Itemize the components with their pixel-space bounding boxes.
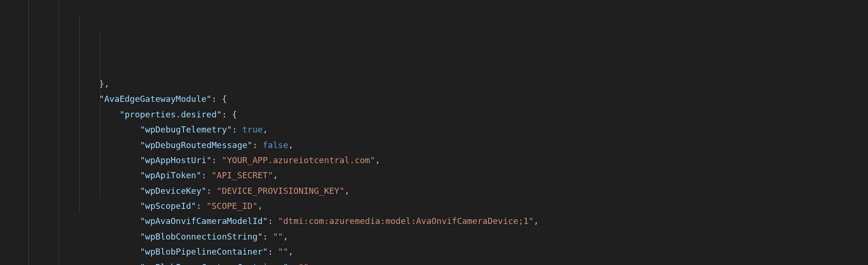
json-key: "wpDebugTelemetry" — [140, 124, 232, 134]
json-value-string: "YOUR_APP.azureiotcentral.com" — [222, 155, 375, 165]
json-value-string: "API_SECRET" — [211, 170, 273, 180]
code-line[interactable]: "properties.desired": { — [38, 107, 868, 122]
closing-brace: }, — [99, 79, 109, 89]
json-key: "wpAppHostUri" — [140, 155, 212, 165]
json-value-string: "dtmi:com:azuremedia:model:AvaOnvifCamer… — [278, 216, 534, 226]
json-key: "wpBlobConnectionString" — [140, 232, 263, 241]
json-key: "wpAvaOnvifCameraModelId" — [140, 216, 268, 226]
code-editor[interactable]: }, "AvaEdgeGatewayModule": { "properties… — [0, 0, 868, 265]
code-line[interactable]: "wpBlobPipelineContainer": "", — [38, 244, 868, 259]
json-value-string: "" — [299, 262, 309, 265]
code-line[interactable]: "wpDebugRoutedMessage": false, — [38, 138, 868, 153]
json-key: "wpDebugRoutedMessage" — [140, 140, 252, 150]
json-value-bool: false — [263, 140, 288, 150]
code-line[interactable]: "wpAvaOnvifCameraModelId": "dtmi:com:azu… — [38, 214, 868, 229]
code-area[interactable]: }, "AvaEdgeGatewayModule": { "properties… — [28, 0, 868, 265]
json-key-module: "AvaEdgeGatewayModule" — [99, 94, 211, 104]
code-line[interactable]: "wpScopeId": "SCOPE_ID", — [38, 199, 868, 214]
json-key: "wpDeviceKey" — [140, 186, 207, 196]
code-line[interactable]: "wpAppHostUri": "YOUR_APP.azureiotcentra… — [38, 153, 868, 168]
code-line[interactable]: }, — [38, 76, 868, 91]
indent-guide-line — [58, 0, 59, 265]
indent-guide-line — [100, 30, 100, 198]
code-line[interactable]: "wpDeviceKey": "DEVICE_PROVISIONING_KEY"… — [38, 183, 868, 199]
json-key: "wpScopeId" — [140, 201, 196, 211]
json-key: "wpBlobImageCaptureContainer" — [140, 262, 288, 265]
code-line[interactable]: "wpApiToken": "API_SECRET", — [38, 168, 868, 183]
indent-guide-line — [79, 15, 80, 213]
code-line[interactable]: "wpBlobConnectionString": "", — [38, 229, 868, 244]
json-key-properties-desired: "properties.desired" — [119, 109, 222, 119]
code-line[interactable]: "wpDebugTelemetry": true, — [38, 122, 868, 137]
json-value-string: "" — [273, 232, 284, 241]
json-value-bool: true — [242, 124, 263, 134]
editor-gutter — [0, 0, 28, 265]
json-key: "wpBlobPipelineContainer" — [140, 247, 268, 257]
code-line[interactable]: "AvaEdgeGatewayModule": { — [38, 91, 868, 107]
json-value-string: "" — [278, 247, 288, 257]
code-line[interactable]: "wpBlobImageCaptureContainer": "" — [38, 260, 868, 265]
json-value-string: "SCOPE_ID" — [207, 201, 258, 211]
json-value-string: "DEVICE_PROVISIONING_KEY" — [217, 186, 344, 196]
json-key: "wpApiToken" — [140, 170, 201, 180]
